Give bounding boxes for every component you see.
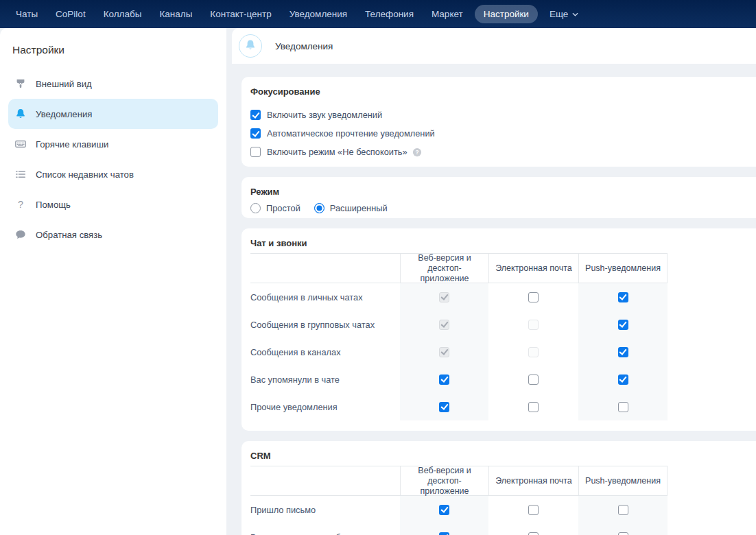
notification-checkbox[interactable] bbox=[439, 532, 449, 535]
table-cell bbox=[488, 496, 578, 523]
sidebar-item[interactable]: Уведомления bbox=[8, 99, 218, 129]
table-cell bbox=[400, 496, 488, 523]
chat-calls-section: Чат и звонки Веб-версия и десктоп-прилож… bbox=[241, 228, 756, 431]
sidebar-item[interactable]: Горячие клавиши bbox=[8, 129, 218, 159]
nav-item-10[interactable]: Еще bbox=[541, 0, 587, 28]
nav-item-label: Еще bbox=[550, 9, 568, 19]
table-cell bbox=[578, 366, 668, 393]
chat-calls-table: Веб-версия и десктоп-приложениеЭлектронн… bbox=[250, 253, 668, 420]
nav-item-7[interactable]: Телефония bbox=[356, 0, 423, 28]
notification-checkbox[interactable] bbox=[618, 374, 628, 385]
help-icon[interactable]: ? bbox=[412, 147, 422, 157]
nav-item-4[interactable]: Каналы bbox=[150, 0, 201, 28]
table-header-row: Веб-версия и десктоп-приложениеЭлектронн… bbox=[250, 466, 668, 496]
mode-radio-group: ПростойРасширенный bbox=[250, 199, 756, 217]
content-header: Уведомления bbox=[232, 28, 756, 64]
sidebar-item-label: Обратная связь bbox=[36, 230, 102, 240]
top-nav: ЧатыCoPilotКоллабыКаналыКонтакт-центрУве… bbox=[0, 0, 756, 28]
notification-checkbox[interactable] bbox=[528, 292, 539, 302]
notification-checkbox[interactable] bbox=[618, 292, 628, 302]
notification-checkbox[interactable] bbox=[618, 505, 628, 515]
table-cell bbox=[488, 366, 578, 393]
table-column-header: Электронная почта bbox=[488, 466, 578, 495]
sidebar-item-label: Список недавних чатов bbox=[36, 169, 134, 180]
list-icon bbox=[14, 167, 27, 181]
bell-icon bbox=[244, 38, 257, 54]
nav-item-5[interactable]: Контакт-центр bbox=[201, 0, 280, 28]
table-row: Прочие уведомления bbox=[250, 393, 668, 420]
mode-radio-label: Простой bbox=[266, 203, 300, 213]
table-row: Вас упомянули в сообщении bbox=[250, 523, 668, 535]
table-header-row: Веб-версия и десктоп-приложениеЭлектронн… bbox=[250, 253, 668, 283]
sidebar-item[interactable]: ?Помощь bbox=[8, 189, 218, 219]
notification-checkbox[interactable] bbox=[439, 374, 449, 385]
sidebar-item-label: Внешний вид bbox=[36, 79, 92, 89]
table-row-label: Вас упомянули в сообщении bbox=[250, 523, 400, 535]
question-icon: ? bbox=[14, 198, 27, 211]
notification-checkbox bbox=[439, 320, 449, 330]
paintbrush-icon bbox=[14, 77, 27, 91]
sidebar-item-label: Горячие клавиши bbox=[36, 139, 108, 150]
nav-item-3[interactable]: Коллабы bbox=[95, 0, 151, 28]
nav-item-6[interactable]: Уведомления bbox=[281, 0, 356, 28]
svg-text:?: ? bbox=[18, 199, 23, 210]
notification-checkbox[interactable] bbox=[439, 402, 449, 412]
nav-item-9[interactable]: Настройки bbox=[475, 5, 538, 23]
focus-option-checkbox[interactable] bbox=[250, 128, 261, 139]
nav-item-2[interactable]: CoPilot bbox=[47, 0, 95, 28]
notification-checkbox bbox=[528, 347, 539, 357]
page-title: Уведомления bbox=[275, 41, 333, 51]
table-cell bbox=[400, 523, 488, 535]
table-cell bbox=[488, 393, 578, 420]
table-row-label: Пришло письмо bbox=[250, 496, 400, 523]
nav-item-1[interactable]: Чаты bbox=[7, 0, 47, 28]
table-row-label: Сообщения в личных чатах bbox=[250, 283, 400, 311]
nav-item-8[interactable]: Маркет bbox=[423, 0, 472, 28]
mode-radio[interactable] bbox=[250, 203, 261, 213]
table-cell bbox=[488, 338, 578, 366]
nav-item-label: Настройки bbox=[484, 9, 529, 19]
keyboard-icon bbox=[14, 137, 27, 151]
notification-checkbox[interactable] bbox=[618, 347, 628, 357]
sidebar-item[interactable]: Список недавних чатов bbox=[8, 159, 218, 189]
notification-checkbox[interactable] bbox=[528, 402, 539, 412]
table-column-header: Веб-версия и десктоп-приложение bbox=[400, 254, 488, 283]
nav-item-label: Маркет bbox=[432, 9, 463, 19]
nav-item-label: Каналы bbox=[159, 9, 192, 19]
nav-item-label: Коллабы bbox=[104, 9, 142, 19]
focus-option-label: Включить звук уведомлений bbox=[267, 110, 382, 120]
focus-option-checkbox[interactable] bbox=[250, 147, 261, 157]
notification-checkbox[interactable] bbox=[618, 532, 628, 535]
mode-radio[interactable] bbox=[314, 203, 324, 213]
table-cell bbox=[400, 393, 488, 420]
table-header-spacer bbox=[250, 466, 400, 495]
sidebar-item[interactable]: Внешний вид bbox=[8, 69, 218, 99]
notification-checkbox[interactable] bbox=[618, 320, 628, 330]
table-row: Сообщения в личных чатах bbox=[250, 283, 668, 311]
crm-section: CRM Веб-версия и десктоп-приложениеЭлект… bbox=[241, 441, 756, 535]
table-cell bbox=[488, 311, 578, 338]
table-header-spacer bbox=[250, 254, 400, 283]
table-cell bbox=[578, 311, 668, 338]
table-cell bbox=[578, 496, 668, 523]
sidebar-menu: Внешний видУведомленияГорячие клавишиСпи… bbox=[0, 69, 226, 250]
focus-option-label: Включить режим «Не беспокоить» bbox=[267, 147, 407, 157]
table-cell bbox=[488, 283, 578, 311]
table-cell bbox=[400, 366, 488, 393]
table-column-header: Электронная почта bbox=[488, 254, 578, 283]
table-row: Сообщения в групповых чатах bbox=[250, 311, 668, 338]
notification-checkbox bbox=[439, 292, 449, 302]
notification-checkbox[interactable] bbox=[439, 505, 449, 515]
table-cell bbox=[400, 338, 488, 366]
chat-bubble-icon bbox=[14, 228, 27, 241]
sidebar-item[interactable]: Обратная связь bbox=[8, 219, 218, 250]
focus-option-row: Включить режим «Не беспокоить»? bbox=[250, 143, 756, 161]
focus-option-row: Автоматическое прочтение уведомлений bbox=[250, 124, 756, 143]
notification-checkbox[interactable] bbox=[618, 402, 628, 412]
focus-option-checkbox[interactable] bbox=[250, 110, 261, 120]
notification-checkbox[interactable] bbox=[528, 532, 539, 535]
notification-checkbox[interactable] bbox=[528, 374, 539, 385]
svg-text:?: ? bbox=[415, 148, 418, 155]
nav-item-label: CoPilot bbox=[56, 9, 86, 19]
notification-checkbox[interactable] bbox=[528, 505, 539, 515]
